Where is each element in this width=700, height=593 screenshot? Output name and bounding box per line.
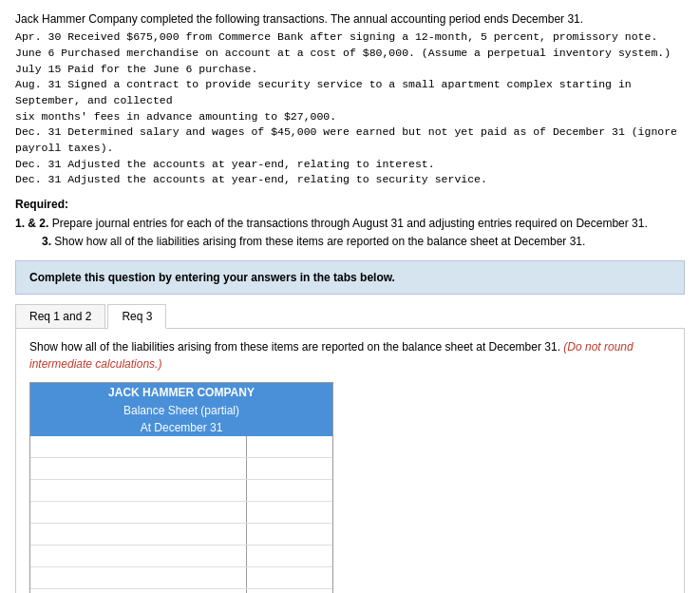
- transaction-6: Dec. 31 Adjusted the accounts at year-en…: [15, 157, 685, 173]
- instruction-box: Complete this question by entering your …: [15, 260, 685, 295]
- tabs-row: Req 1 and 2 Req 3: [15, 304, 685, 329]
- bs-row-3: [30, 480, 332, 502]
- required-items: 1. & 2. Prepare journal entries for each…: [15, 215, 685, 251]
- required-item-3: 3. Show how all of the liabilities arisi…: [15, 233, 685, 251]
- bs-value-6[interactable]: [247, 545, 332, 566]
- transaction-2: June 6 Purchased merchandise on account …: [15, 46, 685, 62]
- bs-label-3[interactable]: [30, 480, 247, 501]
- bs-company-name: JACK HAMMER COMPANY: [30, 383, 332, 402]
- req-1-number: 1. & 2.: [15, 217, 48, 230]
- req-3-text: Show how all of the liabilities arising …: [51, 235, 585, 248]
- bs-value-3[interactable]: [247, 480, 332, 501]
- transaction-4: Aug. 31 Signed a contract to provide sec…: [15, 77, 685, 108]
- bs-label-7[interactable]: [30, 567, 247, 588]
- bs-date: At December 31: [30, 419, 332, 436]
- transaction-3: July 15 Paid for the June 6 purchase.: [15, 62, 685, 78]
- bs-row-2: [30, 458, 332, 480]
- instruction-text: Complete this question by entering your …: [29, 271, 395, 284]
- bs-row-4: [30, 502, 332, 524]
- bs-row-8: [30, 589, 332, 593]
- tab-desc-part1: Show how all of the liabilities arising …: [29, 340, 560, 354]
- bs-title: Balance Sheet (partial): [30, 402, 332, 419]
- bs-body: [30, 436, 332, 593]
- required-item-1: 1. & 2. Prepare journal entries for each…: [15, 215, 685, 233]
- transaction-1: Apr. 30 Received $675,000 from Commerce …: [15, 29, 685, 46]
- bs-row-1: [30, 436, 332, 458]
- bs-label-5[interactable]: [30, 524, 247, 545]
- bs-value-1[interactable]: [247, 436, 332, 457]
- bs-row-7: [30, 567, 332, 589]
- intro-section: Jack Hammer Company completed the follow…: [15, 11, 685, 188]
- required-label: Required:: [15, 198, 685, 211]
- transactions-block: Apr. 30 Received $675,000 from Commerce …: [15, 29, 685, 188]
- tab-description: Show how all of the liabilities arising …: [29, 338, 671, 373]
- req-1-text: Prepare journal entries for each of the …: [48, 217, 647, 230]
- req-3-number: 3.: [42, 235, 51, 248]
- bs-label-2[interactable]: [30, 458, 247, 479]
- transaction-7: Dec. 31 Adjusted the accounts at year-en…: [15, 172, 685, 188]
- bs-value-5[interactable]: [247, 524, 332, 545]
- bs-value-8[interactable]: [247, 589, 332, 593]
- bs-label-8[interactable]: [30, 589, 247, 593]
- bs-row-6: [30, 545, 332, 567]
- bs-value-2[interactable]: [247, 458, 332, 479]
- balance-sheet: JACK HAMMER COMPANY Balance Sheet (parti…: [29, 382, 333, 593]
- transaction-5: Dec. 31 Determined salary and wages of $…: [15, 124, 685, 156]
- tab-req-1-2[interactable]: Req 1 and 2: [15, 304, 105, 328]
- intro-opening: Jack Hammer Company completed the follow…: [15, 11, 685, 28]
- tab-content-area: Show how all of the liabilities arising …: [15, 329, 685, 593]
- bs-value-7[interactable]: [247, 567, 332, 588]
- bs-label-4[interactable]: [30, 502, 247, 523]
- bs-value-4[interactable]: [247, 502, 332, 523]
- bs-row-5: [30, 524, 332, 545]
- bs-label-1[interactable]: [30, 436, 247, 457]
- transaction-4b: six months' fees in advance amounting to…: [15, 109, 685, 125]
- tab-req-3[interactable]: Req 3: [107, 304, 166, 329]
- bs-label-6[interactable]: [30, 545, 247, 566]
- required-section: Required: 1. & 2. Prepare journal entrie…: [15, 198, 685, 251]
